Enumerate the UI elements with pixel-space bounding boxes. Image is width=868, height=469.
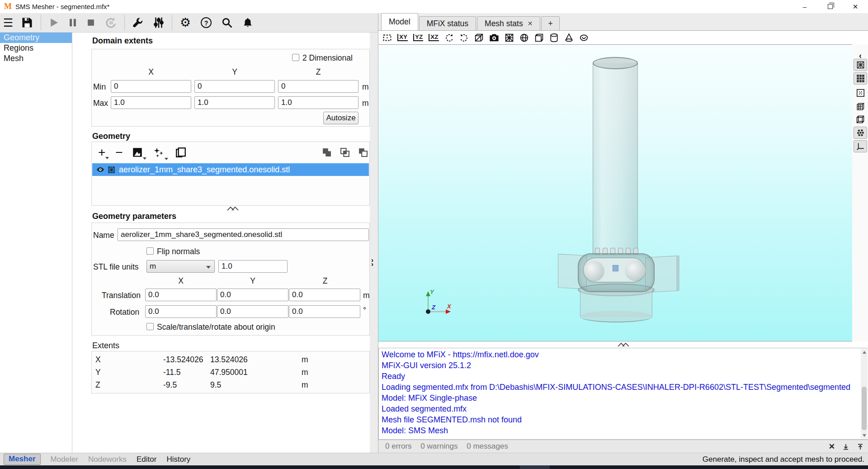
toggle-geometry-button[interactable] xyxy=(854,59,867,71)
copy-geometry-button[interactable] xyxy=(175,147,186,158)
3d-viewport[interactable]: Y X Z xyxy=(378,44,852,341)
model-sphere-right xyxy=(626,261,646,280)
sidebar-item-mesh[interactable]: Mesh xyxy=(0,53,72,64)
visibility-eye-icon[interactable] xyxy=(96,165,105,174)
settings-button[interactable]: ⚙ xyxy=(175,14,196,31)
minimize-button[interactable]: – xyxy=(792,0,817,13)
tab-mesh-stats[interactable]: Mesh stats✕ xyxy=(477,16,540,30)
view-yz-button[interactable]: YZ xyxy=(413,34,423,41)
add-stl-button[interactable] xyxy=(132,147,143,158)
pause-button[interactable] xyxy=(64,14,82,31)
close-button[interactable]: ✕ xyxy=(843,0,868,13)
scroll-up-button[interactable] xyxy=(861,349,868,355)
menu-button[interactable]: ☰ xyxy=(0,14,16,31)
close-tab-icon[interactable]: ✕ xyxy=(528,20,533,27)
geometry-visibility-button[interactable] xyxy=(505,33,514,43)
translation-y-input[interactable] xyxy=(217,289,288,301)
tab-mfix-status[interactable]: MFiX status xyxy=(419,16,476,30)
torus-primitive-button[interactable] xyxy=(579,33,589,43)
cylinder-primitive-button[interactable] xyxy=(549,33,559,43)
workflow-status-message: Generate, inspect and accept mesh to pro… xyxy=(703,455,864,464)
console-line: Loaded segmented.mfx xyxy=(382,403,852,414)
clear-messages-button[interactable]: ✕ xyxy=(829,442,835,451)
build-button[interactable] xyxy=(127,14,148,31)
view-xz-button[interactable]: XZ xyxy=(429,34,439,41)
parameters-button[interactable] xyxy=(148,14,169,31)
mode-mesher-button[interactable]: Mesher xyxy=(4,454,41,465)
translation-z-input[interactable] xyxy=(289,289,360,301)
splitter-grip[interactable] xyxy=(617,342,630,347)
message-console[interactable]: Welcome to MFiX - https://mfix.netl.doe.… xyxy=(378,348,868,440)
ymin-input[interactable] xyxy=(194,80,275,93)
zmin-input[interactable] xyxy=(278,80,359,93)
scroll-to-top-button[interactable] xyxy=(857,443,864,450)
name-input[interactable] xyxy=(118,228,369,241)
flip-normals-checkbox[interactable] xyxy=(146,247,154,255)
zmax-input[interactable] xyxy=(278,96,359,109)
splitter-grip[interactable]: ›› xyxy=(371,258,373,266)
extents-axis: Z xyxy=(95,380,100,390)
rotation-y-input[interactable] xyxy=(217,305,288,318)
perspective-toggle-button[interactable] xyxy=(474,33,484,43)
mode-editor-button[interactable]: Editor xyxy=(137,455,156,464)
stl-units-dropdown[interactable]: m xyxy=(146,260,215,273)
wrench-icon xyxy=(132,17,144,28)
search-icon xyxy=(222,17,233,28)
boolean-intersect-button[interactable] xyxy=(340,147,350,157)
wizard-button[interactable] xyxy=(153,147,165,158)
reset-button[interactable] xyxy=(100,14,122,31)
mode-history-button[interactable]: History xyxy=(166,455,190,464)
xmax-input[interactable] xyxy=(111,96,191,109)
console-scrollbar[interactable] xyxy=(861,349,868,439)
search-button[interactable] xyxy=(217,14,237,31)
new-tab-button[interactable]: + xyxy=(541,16,559,30)
max-unit: m xyxy=(362,99,369,108)
autosize-button[interactable]: Autosize xyxy=(323,112,359,124)
mode-modeler-button[interactable]: Modeler xyxy=(51,455,78,464)
scale-about-origin-checkbox[interactable] xyxy=(146,323,154,330)
mode-nodeworks-button[interactable]: Nodeworks xyxy=(88,455,127,464)
caret-down-icon xyxy=(143,157,146,160)
regions-sphere-button[interactable] xyxy=(519,33,529,43)
add-geometry-button[interactable]: + xyxy=(98,147,105,157)
panel-splitter[interactable]: ›› xyxy=(370,33,378,453)
fit-view-button[interactable] xyxy=(382,33,392,43)
save-button[interactable] xyxy=(16,14,38,31)
toggle-axes-button[interactable] xyxy=(854,140,867,152)
cone-primitive-button[interactable] xyxy=(564,33,574,43)
view-xy-button[interactable]: XY xyxy=(397,34,408,41)
rotate-left-button[interactable] xyxy=(444,33,454,43)
screenshot-camera-button[interactable] xyxy=(489,33,499,42)
sidebar-item-regions[interactable]: Regions xyxy=(0,43,72,53)
help-button[interactable]: ? xyxy=(196,14,217,31)
stl-scale-input[interactable] xyxy=(218,260,288,273)
run-button[interactable] xyxy=(44,14,64,31)
console-splitter[interactable] xyxy=(378,341,868,348)
scroll-to-bottom-button[interactable] xyxy=(842,443,849,450)
remove-geometry-button[interactable]: − xyxy=(115,147,123,157)
box-primitive-button[interactable] xyxy=(534,33,544,43)
notifications-button[interactable] xyxy=(237,14,258,31)
rotation-z-input[interactable] xyxy=(289,305,360,318)
restore-button[interactable] xyxy=(817,0,843,13)
ymax-input[interactable] xyxy=(194,96,275,109)
toggle-nodes-button[interactable] xyxy=(854,87,867,99)
rotation-x-input[interactable] xyxy=(145,305,217,318)
translation-x-input[interactable] xyxy=(145,289,217,301)
sidebar-item-geometry[interactable]: Geometry xyxy=(0,33,72,43)
xmin-input[interactable] xyxy=(111,80,191,93)
toggle-cut-cells-button[interactable] xyxy=(854,100,867,113)
scroll-down-button[interactable] xyxy=(861,432,868,439)
splitter-handle[interactable] xyxy=(226,206,240,211)
boolean-union-button[interactable] xyxy=(322,147,332,157)
stop-button[interactable] xyxy=(82,14,100,31)
rotate-right-button[interactable] xyxy=(459,33,469,43)
toggle-mesh-button[interactable] xyxy=(854,72,867,85)
two-dimensional-checkbox[interactable] xyxy=(292,54,299,61)
boolean-difference-button[interactable] xyxy=(358,147,368,157)
scrollbar-thumb[interactable] xyxy=(862,387,867,430)
toggle-wireframe-button[interactable] xyxy=(854,113,867,125)
tab-model[interactable]: Model xyxy=(381,13,418,30)
geometry-list-item-selected[interactable]: aerolizer_1mm_share3_segmented.onesolid.… xyxy=(92,163,369,176)
toggle-particles-button[interactable] xyxy=(854,127,867,139)
